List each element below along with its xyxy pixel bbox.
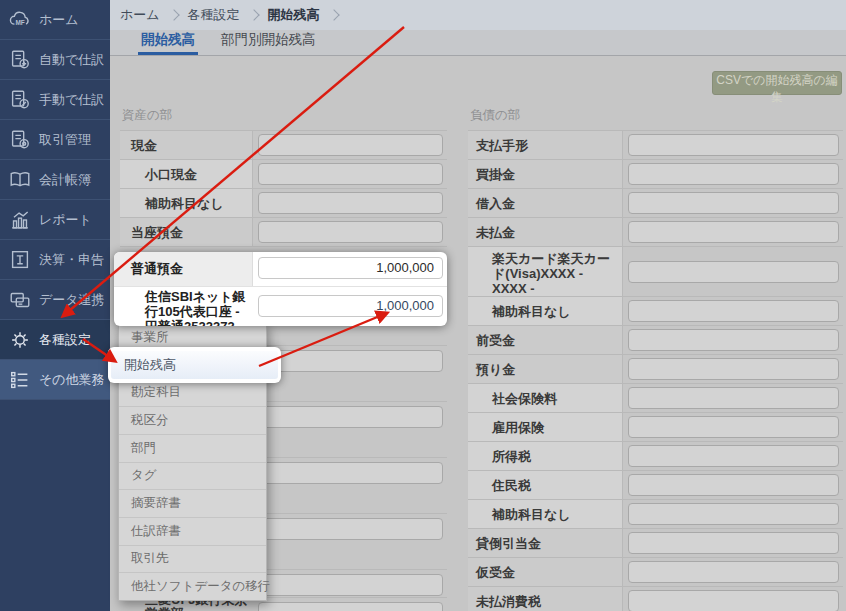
balance-input[interactable] (258, 574, 443, 596)
balance-input[interactable] (258, 406, 443, 428)
balance-input[interactable] (258, 192, 443, 214)
menu-item-account-items[interactable]: 勘定科目 (119, 379, 266, 407)
account-row: 現金 (120, 131, 447, 160)
menu-item-tag[interactable]: タグ (119, 463, 266, 491)
balance-input[interactable] (258, 350, 443, 372)
account-row: 雇用保険 (468, 413, 843, 442)
chevron-right-icon (168, 9, 179, 20)
sidebar-item-home[interactable]: MFホーム (0, 0, 110, 40)
transaction-management-icon (8, 128, 32, 152)
sidebar-item-other-services[interactable]: その他業務 (0, 360, 110, 400)
sidebar-item-closing-filing[interactable]: 決算・申告 (0, 240, 110, 280)
account-label: 社会保険料 (468, 384, 623, 412)
manual-journal-icon (8, 88, 32, 112)
balance-input[interactable] (258, 134, 443, 156)
account-label: 雇用保険 (468, 413, 623, 441)
menu-item-summary-dictionary[interactable]: 摘要辞書 (119, 490, 266, 518)
balance-input[interactable] (258, 602, 443, 611)
sidebar-item-data-link[interactable]: データ連携 (0, 280, 110, 320)
account-label: 預り金 (468, 355, 623, 383)
balance-input[interactable] (628, 532, 839, 554)
sidebar-item-manual-journal[interactable]: 手動で仕訳 (0, 80, 110, 120)
breadcrumb: ホーム 各種設定 開始残高 (110, 0, 846, 30)
account-row: 補助科目なし (468, 500, 843, 529)
account-row: 未払金 (468, 218, 843, 247)
balance-input[interactable] (258, 221, 443, 243)
sidebar-item-accounting-books[interactable]: 会計帳簿 (0, 160, 110, 200)
sidebar-item-label: 決算・申告 (39, 251, 104, 269)
account-row: 補助科目なし (468, 297, 843, 326)
csv-edit-opening-balance-button[interactable]: CSVでの開始残高の編集 (712, 71, 842, 95)
settings-gear-icon (8, 328, 32, 352)
sidebar-item-auto-journal[interactable]: 自動で仕訳 (0, 40, 110, 80)
balance-input[interactable] (628, 358, 839, 380)
report-chart-icon (8, 208, 32, 232)
svg-text:MF: MF (15, 19, 24, 26)
balance-input[interactable]: 1,000,000 (258, 295, 443, 317)
balance-input[interactable] (628, 261, 839, 283)
sidebar-item-label: データ連携 (39, 291, 105, 309)
breadcrumb-home[interactable]: ホーム (120, 6, 160, 24)
balance-input[interactable] (258, 462, 443, 484)
balance-input[interactable] (628, 134, 839, 156)
balance-input[interactable] (628, 329, 839, 351)
balance-input[interactable] (628, 387, 839, 409)
tab-opening-balance[interactable]: 開始残高 (138, 31, 198, 55)
menu-item-tax-category[interactable]: 税区分 (119, 407, 266, 435)
tab-department-opening-balance[interactable]: 部門別開始残高 (218, 31, 319, 55)
account-label: 仮受金 (468, 558, 623, 586)
account-label: 補助科目なし (120, 189, 253, 217)
account-row: 楽天カード楽天カード(Visa)XXXX - XXXX - (468, 247, 843, 297)
breadcrumb-settings[interactable]: 各種設定 (188, 6, 240, 24)
account-row: 借入金 (468, 189, 843, 218)
account-row: 当座預金 (120, 218, 447, 247)
account-label: 楽天カード楽天カード(Visa)XXXX - XXXX - (468, 247, 623, 296)
account-row: 仮受金 (468, 558, 843, 587)
sidebar-item-report[interactable]: レポート (0, 200, 110, 240)
account-row: 社会保険料 (468, 384, 843, 413)
breadcrumb-opening-balance: 開始残高 (268, 6, 320, 24)
account-label: 補助科目なし (468, 500, 623, 528)
menu-item-opening-balance-highlighted[interactable]: 開始残高 (108, 347, 281, 383)
balance-input[interactable] (628, 590, 839, 611)
account-row: 未払消費税 (468, 587, 843, 611)
balance-input[interactable] (258, 518, 443, 540)
balance-input[interactable]: 1,000,000 (258, 257, 443, 279)
menu-item-journal-dictionary[interactable]: 仕訳辞書 (119, 518, 266, 546)
accounting-books-icon (8, 168, 32, 192)
account-label: 普通預金 (114, 252, 253, 286)
sidebar-item-label: ホーム (39, 11, 79, 29)
balance-input[interactable] (628, 561, 839, 583)
account-label: 小口現金 (120, 160, 253, 188)
balance-input[interactable] (628, 445, 839, 467)
sidebar-item-label: 各種設定 (39, 331, 91, 349)
account-row: 所得税 (468, 442, 843, 471)
auto-journal-icon (8, 48, 32, 72)
account-label: 未払消費税 (468, 587, 623, 611)
balance-input[interactable] (258, 163, 443, 185)
balance-input[interactable] (628, 503, 839, 525)
menu-item-department[interactable]: 部門 (119, 435, 266, 463)
balance-input[interactable] (628, 163, 839, 185)
account-label: 未払金 (468, 218, 623, 246)
account-row: 預り金 (468, 355, 843, 384)
liabilities-section-title: 負債の部 (470, 107, 520, 124)
balance-input[interactable] (628, 192, 839, 214)
spotlight-opening-balance-rows: 普通預金 1,000,000 住信SBIネット銀行105代表口座 - 円普通25… (114, 252, 447, 326)
balance-input[interactable] (628, 300, 839, 322)
account-row: 前受金 (468, 326, 843, 355)
balance-input[interactable] (628, 474, 839, 496)
account-label: 住信SBIネット銀行105代表口座 - 円普通2522373 (114, 286, 253, 326)
sidebar-item-settings[interactable]: 各種設定 (0, 320, 110, 360)
menu-item-business-partner[interactable]: 取引先 (119, 546, 266, 574)
account-row: 補助科目なし (120, 189, 447, 218)
sidebar-item-transaction-management[interactable]: 取引管理 (0, 120, 110, 160)
account-label: 当座預金 (120, 218, 253, 246)
menu-item-software-migration[interactable]: 他社ソフトデータの移行 (119, 573, 266, 600)
account-label: 買掛金 (468, 160, 623, 188)
chevron-right-icon (328, 9, 339, 20)
balance-input[interactable] (628, 221, 839, 243)
balance-input[interactable] (628, 416, 839, 438)
account-label: 支払手形 (468, 131, 623, 159)
other-services-icon (8, 368, 32, 392)
